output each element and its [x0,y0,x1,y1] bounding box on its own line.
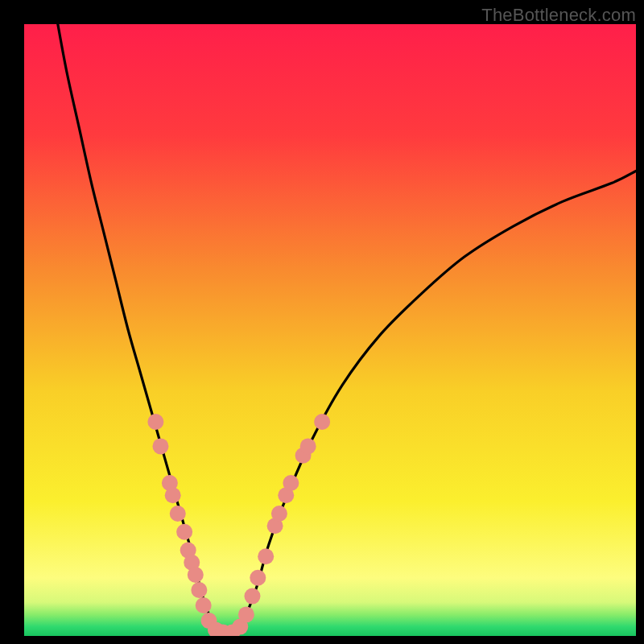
data-marker [152,438,168,454]
data-marker [165,487,181,503]
data-marker [188,567,204,583]
data-marker [283,475,299,491]
gradient-background [24,24,636,636]
data-marker [176,524,192,540]
data-marker [147,414,163,430]
data-marker [250,570,266,586]
data-marker [191,582,207,598]
chart-svg [24,24,636,636]
data-marker [170,506,186,522]
data-marker [314,414,330,430]
chart-frame: TheBottleneck.com [0,0,644,644]
data-marker [258,548,274,564]
data-marker [244,588,260,605]
watermark-text: TheBottleneck.com [481,5,636,26]
data-marker [196,597,212,613]
plot-area [24,24,636,636]
data-marker [300,438,316,454]
data-marker [238,606,254,622]
data-marker [271,506,287,522]
